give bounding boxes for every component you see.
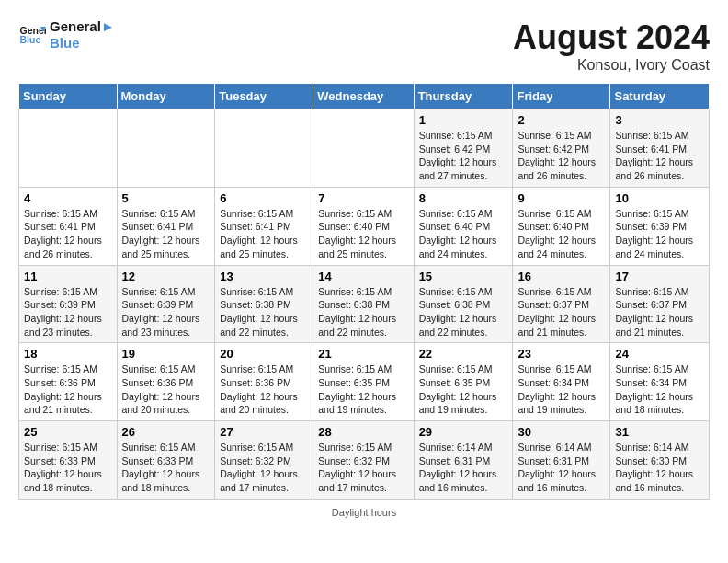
calendar-week-4: 18Sunrise: 6:15 AMSunset: 6:36 PMDayligh… [19,343,710,421]
day-header-tuesday: Tuesday [215,84,313,109]
day-header-saturday: Saturday [610,84,710,109]
day-number: 31 [615,425,704,439]
logo-blue: Blue [50,35,115,52]
calendar-cell: 25Sunrise: 6:15 AMSunset: 6:33 PMDayligh… [19,421,118,500]
day-header-wednesday: Wednesday [313,84,414,109]
calendar-cell: 15Sunrise: 6:15 AMSunset: 6:38 PMDayligh… [414,265,513,343]
calendar-cell: 23Sunrise: 6:15 AMSunset: 6:34 PMDayligh… [513,343,610,421]
day-number: 24 [615,347,704,361]
day-number: 3 [615,113,704,127]
calendar-cell: 19Sunrise: 6:15 AMSunset: 6:36 PMDayligh… [117,343,215,421]
day-info: Sunrise: 6:15 AMSunset: 6:41 PMDaylight:… [615,129,704,183]
logo-icon: General Blue [18,21,46,49]
month-title: August 2024 [513,18,710,57]
day-info: Sunrise: 6:15 AMSunset: 6:33 PMDaylight:… [24,441,112,495]
day-info: Sunrise: 6:14 AMSunset: 6:31 PMDaylight:… [419,441,508,495]
calendar-cell: 17Sunrise: 6:15 AMSunset: 6:37 PMDayligh… [610,265,710,343]
calendar-cell: 2Sunrise: 6:15 AMSunset: 6:42 PMDaylight… [513,109,610,188]
calendar-cell: 5Sunrise: 6:15 AMSunset: 6:41 PMDaylight… [117,187,215,265]
day-info: Sunrise: 6:15 AMSunset: 6:42 PMDaylight:… [419,129,508,183]
day-header-friday: Friday [513,84,610,109]
logo: General Blue General► Blue [18,18,115,52]
day-info: Sunrise: 6:15 AMSunset: 6:32 PMDaylight:… [318,441,408,495]
calendar-cell: 13Sunrise: 6:15 AMSunset: 6:38 PMDayligh… [215,265,313,343]
day-number: 17 [615,270,704,283]
calendar-table: SundayMondayTuesdayWednesdayThursdayFrid… [18,83,710,500]
day-number: 30 [518,425,605,439]
calendar-week-1: 1Sunrise: 6:15 AMSunset: 6:42 PMDaylight… [19,109,710,188]
day-info: Sunrise: 6:15 AMSunset: 6:39 PMDaylight:… [122,285,210,339]
day-number: 19 [122,347,210,361]
day-number: 23 [518,347,605,361]
calendar-cell: 29Sunrise: 6:14 AMSunset: 6:31 PMDayligh… [414,421,513,500]
day-number: 12 [122,270,210,283]
day-info: Sunrise: 6:15 AMSunset: 6:42 PMDaylight:… [518,129,605,183]
calendar-header-row: SundayMondayTuesdayWednesdayThursdayFrid… [19,84,710,109]
day-info: Sunrise: 6:15 AMSunset: 6:36 PMDaylight:… [122,362,210,417]
calendar-cell: 9Sunrise: 6:15 AMSunset: 6:40 PMDaylight… [513,187,610,265]
day-info: Sunrise: 6:15 AMSunset: 6:37 PMDaylight:… [615,285,704,339]
day-info: Sunrise: 6:15 AMSunset: 6:38 PMDaylight:… [419,285,508,339]
calendar-cell: 22Sunrise: 6:15 AMSunset: 6:35 PMDayligh… [414,343,513,421]
day-info: Sunrise: 6:15 AMSunset: 6:35 PMDaylight:… [318,362,408,417]
logo-text: General► [50,18,115,35]
day-number: 13 [220,270,308,283]
calendar-cell: 20Sunrise: 6:15 AMSunset: 6:36 PMDayligh… [215,343,313,421]
calendar-cell: 21Sunrise: 6:15 AMSunset: 6:35 PMDayligh… [313,343,414,421]
day-number: 18 [24,347,112,361]
day-number: 16 [518,270,605,283]
calendar-cell: 18Sunrise: 6:15 AMSunset: 6:36 PMDayligh… [19,343,118,421]
day-info: Sunrise: 6:15 AMSunset: 6:41 PMDaylight:… [24,207,112,261]
location: Konsou, Ivory Coast [513,57,710,74]
calendar-cell: 7Sunrise: 6:15 AMSunset: 6:40 PMDaylight… [313,187,414,265]
day-info: Sunrise: 6:15 AMSunset: 6:32 PMDaylight:… [220,441,308,495]
day-number: 2 [518,113,605,127]
calendar-cell [19,109,118,188]
calendar-cell: 11Sunrise: 6:15 AMSunset: 6:39 PMDayligh… [19,265,118,343]
day-number: 5 [122,191,210,205]
calendar-cell: 6Sunrise: 6:15 AMSunset: 6:41 PMDaylight… [215,187,313,265]
day-number: 14 [318,270,408,283]
calendar-week-5: 25Sunrise: 6:15 AMSunset: 6:33 PMDayligh… [19,421,710,500]
day-number: 29 [419,425,508,439]
day-number: 22 [419,347,508,361]
day-header-monday: Monday [117,84,215,109]
day-header-sunday: Sunday [19,84,118,109]
day-number: 4 [24,191,112,205]
calendar-cell [313,109,414,188]
day-info: Sunrise: 6:14 AMSunset: 6:31 PMDaylight:… [518,441,605,495]
calendar-cell: 31Sunrise: 6:14 AMSunset: 6:30 PMDayligh… [610,421,710,500]
calendar-cell: 8Sunrise: 6:15 AMSunset: 6:40 PMDaylight… [414,187,513,265]
calendar-cell: 12Sunrise: 6:15 AMSunset: 6:39 PMDayligh… [117,265,215,343]
page-header: General Blue General► Blue August 2024 K… [18,18,710,74]
day-number: 6 [220,191,308,205]
day-info: Sunrise: 6:15 AMSunset: 6:38 PMDaylight:… [318,285,408,339]
day-info: Sunrise: 6:15 AMSunset: 6:33 PMDaylight:… [122,441,210,495]
title-area: August 2024 Konsou, Ivory Coast [513,18,710,74]
day-info: Sunrise: 6:15 AMSunset: 6:40 PMDaylight:… [419,207,508,261]
day-number: 9 [518,191,605,205]
day-number: 11 [24,270,112,283]
day-info: Sunrise: 6:14 AMSunset: 6:30 PMDaylight:… [615,441,704,495]
day-info: Sunrise: 6:15 AMSunset: 6:40 PMDaylight:… [318,207,408,261]
calendar-cell: 10Sunrise: 6:15 AMSunset: 6:39 PMDayligh… [610,187,710,265]
calendar-cell [215,109,313,188]
calendar-cell: 1Sunrise: 6:15 AMSunset: 6:42 PMDaylight… [414,109,513,188]
day-info: Sunrise: 6:15 AMSunset: 6:34 PMDaylight:… [615,362,704,417]
calendar-cell: 24Sunrise: 6:15 AMSunset: 6:34 PMDayligh… [610,343,710,421]
day-number: 7 [318,191,408,205]
day-info: Sunrise: 6:15 AMSunset: 6:36 PMDaylight:… [24,362,112,417]
calendar-cell: 27Sunrise: 6:15 AMSunset: 6:32 PMDayligh… [215,421,313,500]
calendar-cell [117,109,215,188]
calendar-cell: 26Sunrise: 6:15 AMSunset: 6:33 PMDayligh… [117,421,215,500]
day-number: 20 [220,347,308,361]
daylight-label: Daylight hours [332,507,396,518]
day-number: 21 [318,347,408,361]
day-number: 25 [24,425,112,439]
day-number: 10 [615,191,704,205]
day-number: 27 [220,425,308,439]
day-number: 26 [122,425,210,439]
footer: Daylight hours [18,507,710,518]
day-number: 8 [419,191,508,205]
calendar-week-3: 11Sunrise: 6:15 AMSunset: 6:39 PMDayligh… [19,265,710,343]
